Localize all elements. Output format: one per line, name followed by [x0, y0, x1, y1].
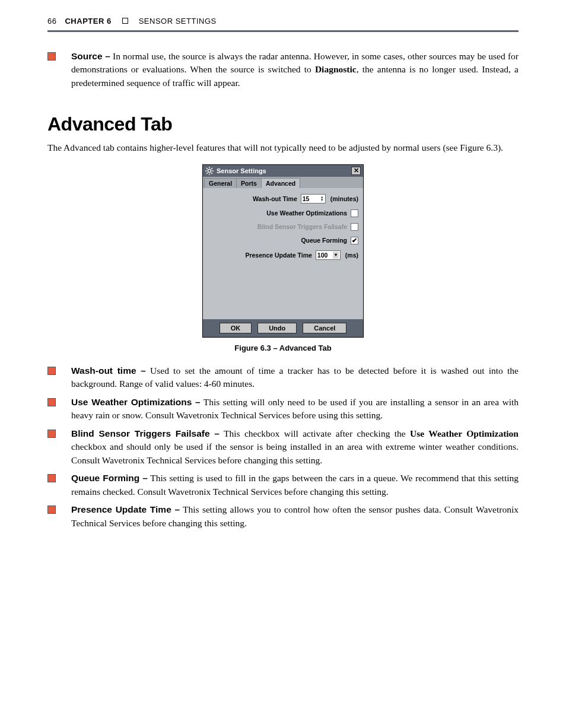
dialog-titlebar: Sensor Settings ✕ [203, 165, 363, 177]
bullet-text2: checkbox and should only be used if the … [71, 441, 519, 465]
square-separator-icon [122, 18, 128, 24]
row-blind: Blind Sensor Triggers Failsafe [208, 223, 358, 231]
bullet-bold: Diagnostic [315, 64, 357, 74]
blind-checkbox [351, 223, 358, 231]
bullet-washout: Wash-out time – Used to set the amount o… [47, 364, 519, 391]
dialog-title-text: Sensor Settings [217, 167, 266, 174]
row-queue: Queue Forming ✔ [208, 237, 358, 244]
row-weather: Use Weather Optimizations [208, 209, 358, 217]
washout-spinner[interactable]: 15 ▲▼ [301, 194, 326, 204]
chapter-label: CHAPTER 6 [65, 17, 111, 26]
bullet-term: Use Weather Optimizations – [71, 397, 201, 407]
tab-advanced[interactable]: Advanced [261, 178, 300, 188]
section-name: SENSOR SETTINGS [139, 17, 217, 26]
presence-value: 100 [317, 252, 328, 259]
tab-ports[interactable]: Ports [236, 178, 262, 188]
section-heading: Advanced Tab [47, 113, 519, 135]
row-presence: Presence Update Time 100 ▾ (ms) [208, 250, 358, 260]
blind-label: Blind Sensor Triggers Failsafe [257, 223, 347, 230]
dialog-tabs: General Ports Advanced [203, 177, 363, 188]
bullet-term: Blind Sensor Triggers Failsafe – [71, 428, 220, 438]
page-header: 66 CHAPTER 6 SENSOR SETTINGS [47, 17, 519, 32]
ok-button[interactable]: OK [220, 323, 252, 333]
close-icon[interactable]: ✕ [351, 167, 361, 175]
presence-combo[interactable]: 100 ▾ [316, 250, 341, 260]
checkmark-icon: ✔ [352, 237, 357, 244]
queue-label: Queue Forming [301, 237, 347, 244]
cancel-button[interactable]: Cancel [303, 323, 346, 333]
dialog-body: Wash-out Time 15 ▲▼ (minutes) Use Weathe… [203, 188, 363, 319]
presence-unit: (ms) [345, 252, 358, 259]
gear-icon [205, 167, 214, 175]
svg-line-6 [211, 173, 212, 174]
svg-line-5 [206, 168, 208, 169]
bullet-weather: Use Weather Optimizations – This setting… [47, 396, 519, 422]
bullet-term: Presence Update Time – [71, 504, 180, 514]
dropdown-arrow-icon[interactable]: ▾ [333, 252, 339, 259]
svg-line-7 [206, 173, 208, 174]
weather-label: Use Weather Optimizations [266, 209, 347, 217]
svg-point-0 [208, 169, 211, 172]
washout-value: 15 [303, 195, 310, 202]
bullet-term: Wash-out time – [71, 365, 146, 376]
bullet-text1: This checkbox will activate after checki… [220, 428, 410, 438]
row-washout: Wash-out Time 15 ▲▼ (minutes) [208, 194, 358, 204]
spinner-arrows-icon[interactable]: ▲▼ [320, 196, 324, 202]
intro-paragraph: The Advanced tab contains higher-level f… [47, 141, 519, 154]
washout-label: Wash-out Time [253, 195, 297, 202]
page-number: 66 [47, 17, 56, 26]
bullet-bold: Use Weather Optimization [410, 428, 519, 438]
bullet-source: Source – In normal use, the source is al… [47, 50, 519, 90]
presence-label: Presence Update Time [245, 252, 311, 259]
sensor-settings-dialog: Sensor Settings ✕ General Ports Advanced… [202, 164, 364, 338]
weather-checkbox[interactable] [351, 209, 358, 217]
dialog-footer: OK Undo Cancel [203, 319, 363, 337]
bullet-term: Queue Forming – [71, 473, 148, 483]
bullet-term: Source – [71, 51, 110, 61]
undo-button[interactable]: Undo [257, 323, 297, 333]
bullet-presence: Presence Update Time – This setting allo… [47, 503, 519, 530]
bullet-queue: Queue Forming – This setting is used to … [47, 472, 519, 498]
washout-unit: (minutes) [330, 195, 358, 202]
queue-checkbox[interactable]: ✔ [351, 237, 358, 244]
tab-general[interactable]: General [204, 178, 237, 188]
svg-line-8 [211, 168, 212, 169]
figure-caption: Figure 6.3 – Advanced Tab [47, 344, 519, 352]
bullet-blind: Blind Sensor Triggers Failsafe – This ch… [47, 427, 519, 467]
